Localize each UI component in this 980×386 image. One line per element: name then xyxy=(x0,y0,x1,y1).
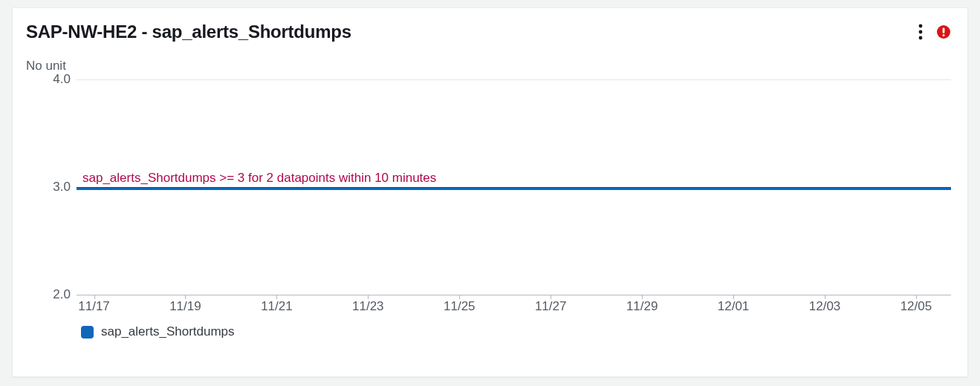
panel-title: SAP-NW-HE2 - sap_alerts_Shortdumps xyxy=(26,22,351,42)
series-line xyxy=(77,188,951,190)
chart-panel: SAP-NW-HE2 - sap_alerts_Shortdumps No un… xyxy=(12,7,968,377)
panel-header: SAP-NW-HE2 - sap_alerts_Shortdumps xyxy=(13,8,967,42)
y-tick: 4.0 xyxy=(38,72,71,87)
x-tick: 11/27 xyxy=(535,299,567,314)
y-tick: 2.0 xyxy=(38,287,71,302)
plot[interactable]: 4.0 3.0 2.0 sap_alerts_Shortdumps >= 3 f… xyxy=(77,79,951,295)
x-axis: 11/17 11/19 11/21 11/23 11/25 11/27 11/2… xyxy=(77,295,951,317)
svg-point-5 xyxy=(943,34,945,36)
legend-swatch xyxy=(81,326,94,338)
alarm-icon[interactable] xyxy=(936,24,951,39)
svg-point-2 xyxy=(919,36,923,40)
svg-rect-4 xyxy=(943,28,945,33)
x-tick: 11/17 xyxy=(78,299,110,314)
threshold-label: sap_alerts_Shortdumps >= 3 for 2 datapoi… xyxy=(82,171,436,186)
legend-label[interactable]: sap_alerts_Shortdumps xyxy=(101,324,235,339)
kebab-menu-icon[interactable] xyxy=(918,24,923,40)
x-tick: 11/23 xyxy=(352,299,384,314)
x-tick: 12/03 xyxy=(809,299,841,314)
y-axis-unit: No unit xyxy=(13,42,967,73)
x-tick: 11/21 xyxy=(261,299,293,314)
x-tick: 11/25 xyxy=(444,299,476,314)
x-tick: 11/29 xyxy=(626,299,658,314)
x-tick: 12/05 xyxy=(901,299,932,314)
plot-area: 4.0 3.0 2.0 sap_alerts_Shortdumps >= 3 f… xyxy=(26,79,951,339)
x-tick: 12/01 xyxy=(718,299,750,314)
y-tick: 3.0 xyxy=(38,180,71,194)
x-tick: 11/19 xyxy=(169,299,201,314)
panel-actions xyxy=(918,24,954,40)
svg-point-1 xyxy=(919,30,923,34)
svg-point-0 xyxy=(919,24,923,28)
legend: sap_alerts_Shortdumps xyxy=(26,317,951,339)
